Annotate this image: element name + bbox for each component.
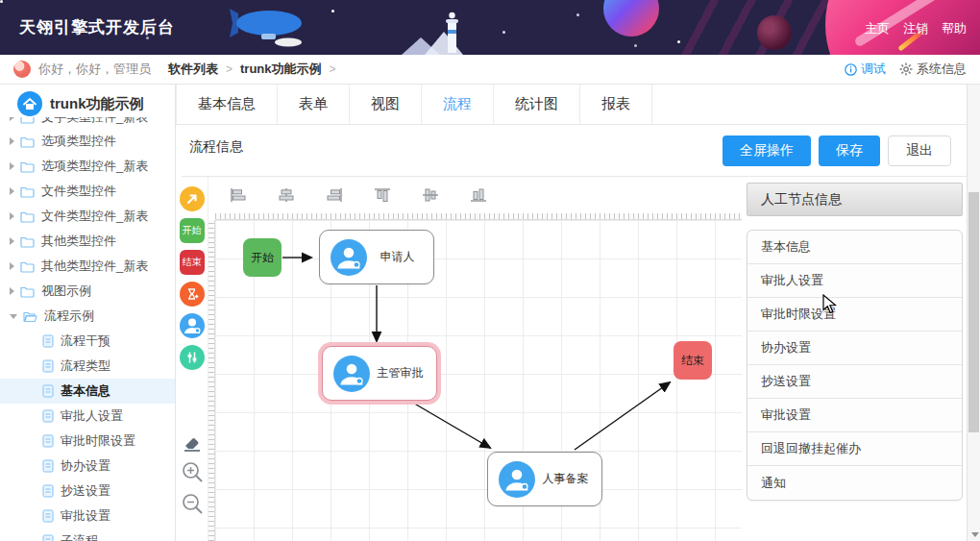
- scroll-down-icon[interactable]: [971, 532, 979, 537]
- flow-canvas[interactable]: 开始 申请人: [208, 213, 742, 541]
- tab-view[interactable]: 视图: [350, 85, 422, 124]
- eraser-tool-icon[interactable]: [182, 433, 203, 453]
- panel-item-cc-settings[interactable]: 抄送设置: [747, 365, 962, 399]
- sidebar-item-view-demo[interactable]: 视图示例: [0, 279, 175, 304]
- header-nav: 主页 注销 帮助: [865, 20, 967, 37]
- avatar: [13, 61, 31, 78]
- top-header: 天翎引擎式开发后台 主页 注销 帮助: [0, 0, 980, 55]
- tab-form[interactable]: 表单: [278, 85, 350, 124]
- panel-item-approval-settings[interactable]: 审批设置: [747, 399, 962, 432]
- tab-flow[interactable]: 流程: [422, 85, 494, 124]
- sidebar-item-subflow[interactable]: 子流程: [0, 529, 175, 541]
- zoom-out-tool-icon[interactable]: [180, 491, 205, 516]
- sidebar-item-assist-settings[interactable]: 协办设置: [0, 454, 175, 479]
- panel-item-rollback-urge[interactable]: 回退回撤挂起催办: [747, 432, 962, 466]
- sidebar-item-basic-info[interactable]: 基本信息: [0, 379, 175, 404]
- flow-node-end[interactable]: 结束: [674, 341, 712, 380]
- document-icon: [42, 384, 54, 398]
- exit-button[interactable]: 退出: [888, 135, 951, 166]
- panel-item-approval-time-limit[interactable]: 审批时限设置: [747, 298, 962, 332]
- section-title: 流程信息: [189, 138, 243, 156]
- align-right-icon[interactable]: [326, 187, 343, 203]
- end-node-tool[interactable]: 结束: [180, 250, 205, 275]
- caret-right-icon: [10, 162, 14, 170]
- folder-icon: [20, 210, 35, 223]
- sidebar-root-label: trunk功能示例: [50, 95, 144, 113]
- folder-icon: [20, 160, 35, 173]
- debug-link[interactable]: 调试: [845, 61, 886, 78]
- panel-menu: 基本信息 审批人设置 审批时限设置 协办设置 抄送设置 审批设置 回退回撤挂起催…: [747, 230, 963, 501]
- document-icon: [42, 434, 54, 448]
- user-node-icon: [333, 356, 370, 392]
- tab-chart[interactable]: 统计图: [494, 85, 580, 124]
- tab-report[interactable]: 报表: [580, 85, 652, 124]
- zoom-in-tool-icon[interactable]: [180, 459, 205, 484]
- fullscreen-button[interactable]: 全屏操作: [723, 135, 811, 166]
- document-icon: [42, 359, 54, 373]
- breadcrumb-bar: 你好，你好，管理员 软件列表 > trunk功能示例 > 调试: [0, 55, 980, 85]
- align-middle-icon[interactable]: [422, 187, 439, 203]
- sidebar-item-other-controls[interactable]: 其他类型控件: [0, 229, 175, 254]
- caret-right-icon: [10, 287, 14, 295]
- folder-icon: [20, 285, 35, 298]
- sidebar-item-approver-settings[interactable]: 审批人设置: [0, 404, 175, 429]
- nav-help-link[interactable]: 帮助: [942, 20, 967, 37]
- align-top-icon[interactable]: [374, 187, 391, 203]
- sidebar-item-other-controls-new[interactable]: 其他类型控件_新表: [0, 254, 175, 279]
- lighthouse-decoration: [402, 11, 469, 55]
- pointer-tool-icon[interactable]: [180, 186, 205, 211]
- stars-decoration: [0, 0, 3, 3]
- panel-item-basic-info[interactable]: 基本信息: [747, 231, 962, 264]
- condition-node-tool-icon[interactable]: [180, 345, 205, 370]
- sidebar-item-option-controls-new[interactable]: 选项类型控件_新表: [0, 154, 175, 179]
- breadcrumb-trunk-demo[interactable]: trunk功能示例: [240, 61, 322, 78]
- flow-edges: [208, 213, 726, 541]
- document-icon: [42, 409, 54, 423]
- align-bottom-icon[interactable]: [470, 187, 487, 203]
- tab-basic-info[interactable]: 基本信息: [176, 85, 278, 124]
- flow-node-start[interactable]: 开始: [243, 238, 282, 277]
- breadcrumb-software-list[interactable]: 软件列表: [168, 61, 218, 78]
- panel-title: 人工节点信息: [747, 183, 963, 216]
- panel-item-assist-settings[interactable]: 协办设置: [747, 332, 962, 365]
- folder-icon: [20, 135, 35, 148]
- node-properties-panel: 人工节点信息 基本信息 审批人设置 审批时限设置 协办设置 抄送设置 审批设置 …: [742, 177, 980, 541]
- sidebar-item-option-controls[interactable]: 选项类型控件: [0, 129, 175, 154]
- app-window: 天翎引擎式开发后台 主页 注销 帮助 你好，你好，管理员 软件列表 > trun…: [0, 0, 980, 541]
- caret-right-icon: [10, 137, 14, 145]
- flow-node-applicant[interactable]: 申请人: [319, 230, 434, 284]
- caret-down-icon: [10, 314, 17, 319]
- sidebar-item-approval-time-limit[interactable]: 审批时限设置: [0, 429, 175, 454]
- sidebar-item-file-controls-new[interactable]: 文件类型控件_新表: [0, 204, 175, 229]
- sidebar-item-flow-type[interactable]: 流程类型: [0, 354, 175, 379]
- sidebar-item-approval-settings[interactable]: 审批设置: [0, 504, 175, 529]
- sidebar-item-cc-settings[interactable]: 抄送设置: [0, 479, 175, 504]
- save-button[interactable]: 保存: [819, 135, 880, 166]
- user-node-tool-icon[interactable]: [180, 313, 205, 338]
- sidebar-item-flow-intervene[interactable]: 流程干预: [0, 329, 175, 354]
- planet-decoration: [757, 15, 792, 50]
- document-icon: [42, 509, 54, 523]
- caret-right-icon: [10, 117, 14, 121]
- sidebar-item-file-controls[interactable]: 文件类型控件: [0, 179, 175, 204]
- panel-item-approver-settings[interactable]: 审批人设置: [747, 264, 962, 298]
- sidebar-item-flow-demo[interactable]: 流程示例: [0, 304, 175, 329]
- nav-logout-link[interactable]: 注销: [903, 20, 928, 37]
- system-info-link[interactable]: 系统信息: [899, 61, 967, 78]
- sidebar-root-item[interactable]: trunk功能示例: [0, 85, 175, 117]
- sidebar-item-clipped[interactable]: 文字类型控件_新表: [0, 117, 175, 129]
- flow-node-hr-record[interactable]: 人事备案: [487, 452, 602, 506]
- align-left-icon[interactable]: [230, 187, 247, 203]
- user-node-icon: [331, 239, 367, 276]
- scrollbar-thumb[interactable]: [968, 192, 979, 432]
- caret-right-icon: [10, 237, 14, 245]
- vertical-scrollbar[interactable]: [967, 85, 980, 541]
- breadcrumb-separator: >: [330, 62, 336, 76]
- start-node-tool[interactable]: 开始: [180, 218, 205, 243]
- timer-node-tool-icon[interactable]: [180, 282, 205, 307]
- nav-home-link[interactable]: 主页: [865, 20, 890, 37]
- flow-node-manager-approval[interactable]: 主管审批: [322, 346, 437, 401]
- align-center-icon[interactable]: [278, 187, 295, 203]
- align-toolbar: [208, 177, 742, 213]
- panel-item-notification[interactable]: 通知: [747, 466, 962, 500]
